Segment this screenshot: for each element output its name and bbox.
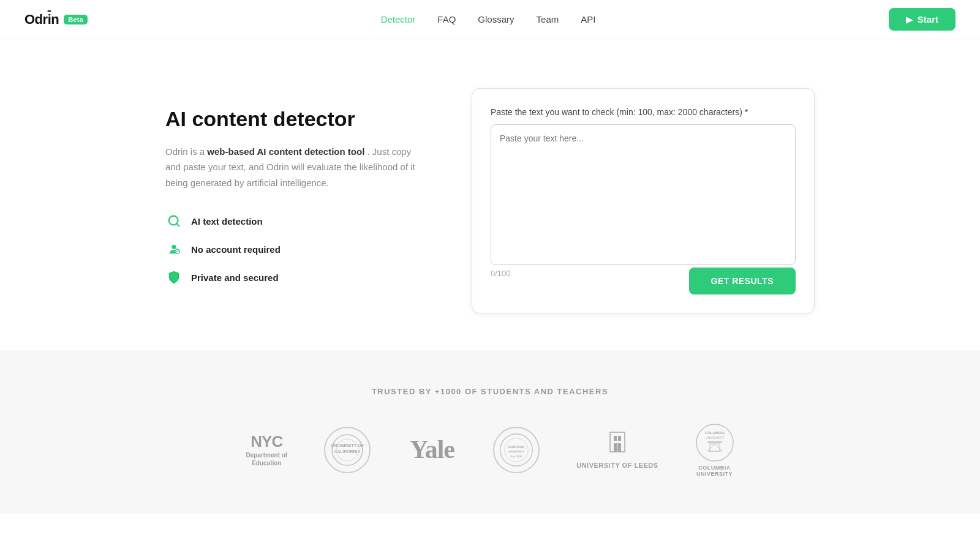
svg-text:COLUMBIA: COLUMBIA xyxy=(704,431,725,435)
logo[interactable]: Odrin Beta xyxy=(24,12,88,28)
feature-no-account-label: No account required xyxy=(191,244,281,255)
nav-item-team[interactable]: Team xyxy=(537,14,559,25)
hero-title: AI content detector xyxy=(165,107,423,132)
user-icon xyxy=(165,241,183,258)
start-button[interactable]: ▶ Start xyxy=(889,8,956,31)
char-count: 0/100 xyxy=(491,269,511,278)
yale-logo-text: Yale xyxy=(407,432,456,468)
logo-text: Odrin xyxy=(24,12,59,28)
beta-badge: Beta xyxy=(64,15,88,24)
logos-row: NYC Department ofEducation UNIVERSITY OF… xyxy=(24,423,956,477)
svg-text:CALIFORNIA: CALIFORNIA xyxy=(334,449,361,454)
trusted-section: TRUSTED BY +1000 OF STUDENTS AND TEACHER… xyxy=(0,350,980,514)
trusted-label: TRUSTED BY +1000 OF STUDENTS AND TEACHER… xyxy=(24,387,956,396)
shield-icon xyxy=(165,269,183,286)
feature-ai-detection: AI text detection xyxy=(165,212,423,230)
columbia-logo-content: COLUMBIA UNIVERSITY COLUMBIAUNIVERSITY xyxy=(695,423,734,477)
svg-point-2 xyxy=(172,245,176,249)
start-label: Start xyxy=(918,14,938,24)
nav-link-glossary[interactable]: Glossary xyxy=(478,14,514,24)
nyc-logo: NYC Department ofEducation xyxy=(246,433,287,467)
harvard-logo: HARVARD UNIVERSITY Est. 1636 xyxy=(493,427,540,473)
nav-link-api[interactable]: API xyxy=(581,14,595,24)
feature-no-account: No account required xyxy=(165,241,423,258)
nyc-logo-text: NYC xyxy=(251,433,282,449)
hero-desc-plain: Odrin is a xyxy=(165,146,207,157)
svg-text:UNIVERSITY: UNIVERSITY xyxy=(706,436,725,440)
svg-text:UNIVERSITY: UNIVERSITY xyxy=(508,450,524,453)
nyc-logo-sub: Department ofEducation xyxy=(246,451,287,467)
nav-link-faq[interactable]: FAQ xyxy=(437,14,456,24)
get-results-button[interactable]: GET RESULTS xyxy=(689,268,796,294)
uc-circle: UNIVERSITY OF CALIFORNIA xyxy=(324,427,371,473)
yale-logo: Yale xyxy=(407,432,456,468)
leeds-text: UNIVERSITY OF LEEDS xyxy=(576,462,658,469)
columbia-text: COLUMBIAUNIVERSITY xyxy=(696,465,733,477)
svg-text:Est. 1636: Est. 1636 xyxy=(511,455,522,458)
harvard-circle: HARVARD UNIVERSITY Est. 1636 xyxy=(493,427,540,473)
feature-private-label: Private and secured xyxy=(191,272,279,283)
search-icon xyxy=(165,212,183,230)
columbia-logo: COLUMBIA UNIVERSITY COLUMBIAUNIVERSITY xyxy=(695,423,734,477)
svg-rect-15 xyxy=(614,436,617,441)
nav-link-team[interactable]: Team xyxy=(537,14,559,24)
text-input[interactable] xyxy=(491,124,796,265)
hero-description: Odrin is a web-based AI content detectio… xyxy=(165,144,423,191)
hero-section: AI content detector Odrin is a web-based… xyxy=(0,39,980,350)
form-bottom: 0/100 GET RESULTS xyxy=(491,268,796,294)
textarea-label: Paste the text you want to check (min: 1… xyxy=(491,107,796,117)
navbar: Odrin Beta Detector FAQ Glossary Team AP… xyxy=(0,0,980,39)
nav-links: Detector FAQ Glossary Team API xyxy=(381,14,596,25)
nav-item-faq[interactable]: FAQ xyxy=(437,14,456,25)
leeds-logo: UNIVERSITY OF LEEDS xyxy=(576,431,658,469)
hero-left: AI content detector Odrin is a web-based… xyxy=(165,88,423,286)
nav-item-glossary[interactable]: Glossary xyxy=(478,14,514,25)
svg-line-1 xyxy=(176,224,179,227)
feature-ai-label: AI text detection xyxy=(191,216,263,227)
svg-text:Yale: Yale xyxy=(410,435,454,463)
feature-list: AI text detection No account required xyxy=(165,212,423,286)
form-card: Paste the text you want to check (min: 1… xyxy=(472,88,815,313)
svg-rect-22 xyxy=(707,441,722,443)
svg-text:UNIVERSITY OF: UNIVERSITY OF xyxy=(331,443,364,448)
hero-desc-bold: web-based AI content detection tool xyxy=(207,146,364,157)
nav-link-detector[interactable]: Detector xyxy=(381,14,416,24)
leeds-logo-content: UNIVERSITY OF LEEDS xyxy=(576,431,658,469)
svg-rect-16 xyxy=(618,436,621,441)
nav-item-detector[interactable]: Detector xyxy=(381,14,416,25)
svg-text:HARVARD: HARVARD xyxy=(508,445,524,449)
nav-item-api[interactable]: API xyxy=(581,14,595,25)
start-icon: ▶ xyxy=(906,15,913,24)
feature-private: Private and secured xyxy=(165,269,423,286)
uc-logo: UNIVERSITY OF CALIFORNIA xyxy=(324,427,371,473)
